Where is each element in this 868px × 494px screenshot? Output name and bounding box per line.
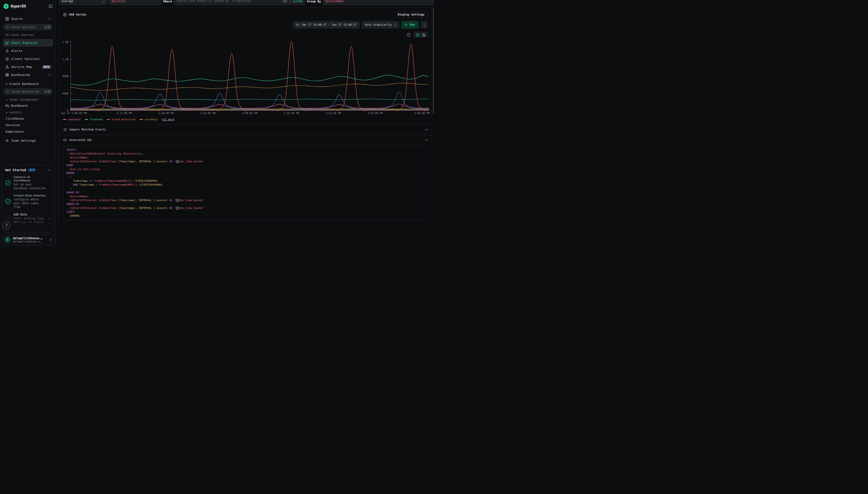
- granularity-select[interactable]: Auto Granularity: [362, 21, 399, 28]
- legend-item-checkout[interactable]: checkout: [63, 118, 81, 121]
- sidebar-item-client-sessions[interactable]: Client Sessions: [3, 55, 53, 63]
- chart-line-icon: [5, 41, 9, 45]
- get-started-step-add-data[interactable]: 3 Add Data Start sending logs, metrics, …: [5, 213, 51, 224]
- saved-dashboards-input[interactable]: [11, 90, 42, 94]
- chevron-down-icon: [103, 1, 105, 3]
- saved-dashboards-search[interactable]: ⌘ K: [3, 88, 53, 95]
- group-by-value: ServiceName: [325, 0, 344, 3]
- search-events-box[interactable]: SQL | Lucene: [173, 0, 305, 5]
- legend-item-frontend[interactable]: frontend: [85, 118, 103, 121]
- sql-line: ServiceName,: [66, 195, 425, 198]
- sidebar-item-dashboards[interactable]: Dashboards: [3, 71, 53, 79]
- aggregation-select[interactable]: Average: [59, 0, 108, 5]
- bar-chart-icon[interactable]: [422, 33, 426, 37]
- add-series-button[interactable]: Add Series: [63, 13, 86, 17]
- legend-more-link[interactable]: +12 more: [161, 118, 174, 121]
- display-settings-button[interactable]: Display Settings: [394, 11, 428, 18]
- series-line-frontend[interactable]: [70, 75, 429, 85]
- sql-line: otel_v2.otel_traces: [66, 167, 425, 171]
- user-texts: dale@clickhouse.… dale@clickhouse.c…: [13, 236, 43, 243]
- clock-icon[interactable]: [407, 33, 411, 37]
- series-line-unlabeled-orange-mid[interactable]: [70, 83, 429, 91]
- sql-line: FROM: [66, 164, 425, 167]
- sidebar-item-label: Search: [11, 17, 23, 21]
- chart-svg[interactable]: [70, 40, 429, 111]
- chart-area[interactable]: 0400M800M1.2B1.6B: [70, 40, 429, 111]
- legend-label: fraud-detection: [112, 118, 136, 121]
- help-button[interactable]: ?: [2, 221, 11, 230]
- scrollbar-thumb[interactable]: [433, 7, 434, 114]
- search-events-input[interactable]: [176, 0, 283, 3]
- sql-line: toStartOfInterval (toDateTime (Timestamp…: [66, 198, 425, 202]
- y-tick-label: 800M: [62, 75, 69, 78]
- group-presets[interactable]: PRESETS: [3, 109, 53, 115]
- sidebar-item-alerts[interactable]: Alerts: [3, 47, 53, 55]
- generated-sql-code[interactable]: SELECT AVG(toFloat64OrDefault (toString …: [63, 146, 428, 220]
- legend-label: currency: [144, 118, 157, 121]
- chevron-down-icon[interactable]: [425, 129, 428, 131]
- more-options-button[interactable]: ⋮: [421, 21, 428, 28]
- chart-type-toggle: [413, 32, 428, 38]
- sql-line: WHERE: [66, 171, 425, 175]
- step-desc: Set up your database connection: [14, 183, 46, 190]
- sidebar-item-label: Service Map: [11, 65, 32, 69]
- bell-icon: [5, 49, 9, 53]
- field-value: Duration: [112, 0, 125, 3]
- chevron-up-icon[interactable]: [425, 139, 428, 141]
- series-line-unlabeled-teal-mid[interactable]: [70, 99, 429, 100]
- line-chart-icon[interactable]: [416, 33, 420, 37]
- chart-explorer-card: Add Series Display Settings Jan 27 14:08…: [59, 7, 432, 227]
- run-button[interactable]: Run: [401, 21, 419, 28]
- series-line-checkout[interactable]: [70, 104, 429, 109]
- x-tick-label: 2:17:00 PM: [116, 112, 132, 115]
- arrow-right-icon: →: [48, 217, 50, 220]
- saved-searches-input[interactable]: [11, 25, 42, 29]
- sql-line: AND Timestamp < fromUnixTimestamp64Milli…: [66, 183, 425, 187]
- chevron-up-icon[interactable]: [48, 169, 51, 171]
- series-line-fraud-detection[interactable]: [70, 41, 429, 111]
- help-question-icon: ?: [5, 223, 7, 228]
- get-started-title: Get Started: [5, 168, 26, 172]
- sidebar-item-services[interactable]: Services: [3, 122, 53, 128]
- sidebar-item-kubernetes[interactable]: Kubernetes: [3, 128, 53, 135]
- no-saved-searches-text: No saved searches: [3, 32, 53, 39]
- sidebar-item-team-settings[interactable]: Team Settings: [3, 137, 53, 145]
- x-tick-label: 2:52:00 PM: [326, 112, 341, 115]
- sql-line: AVG(toFloat64OrDefault (toString (Durati…: [66, 152, 425, 156]
- get-started-step-sources[interactable]: Create Data Sources Configure where your…: [5, 194, 51, 209]
- group-saved-dashboards[interactable]: SAVED DASHBOARDS: [3, 96, 53, 102]
- legend-label: frontend: [90, 118, 103, 121]
- sample-matched-events-header[interactable]: Sample Matched Events: [59, 124, 432, 135]
- sql-lucene-toggle[interactable]: SQL | Lucene: [283, 0, 303, 3]
- sidebar-item-clickhouse[interactable]: ClickHouse: [3, 115, 53, 122]
- generated-sql-header[interactable]: Generated SQL: [59, 135, 432, 145]
- sidebar-item-my-dashboard[interactable]: My Dashboard: [3, 102, 53, 109]
- step-number-icon: 3: [5, 215, 11, 221]
- get-started-step-connect[interactable]: Connect to ClickHouse Set up your databa…: [5, 175, 51, 190]
- sql-line: 100000: [66, 214, 425, 218]
- saved-searches-search[interactable]: ⌘ K: [3, 24, 53, 30]
- legend-item-currency[interactable]: currency: [140, 118, 157, 121]
- sidebar-item-search[interactable]: Search: [3, 15, 53, 23]
- sidebar-item-chart-explorer[interactable]: Chart Explorer: [3, 39, 53, 46]
- series-line-unlabeled-blue-spikes[interactable]: [70, 92, 429, 109]
- sidebar-item-service-map[interactable]: Service Map BETA: [3, 63, 53, 71]
- list-icon: [63, 128, 67, 131]
- x-tick-label: 2:45:00 PM: [284, 112, 299, 115]
- sql-option[interactable]: SQL: [283, 0, 288, 3]
- date-range-picker[interactable]: Jan 27 14:08:27 - Jan 27 15:08:27: [293, 21, 360, 28]
- app-window: HyperDX Search: [0, 0, 434, 247]
- collapse-sidebar-icon[interactable]: [49, 4, 53, 8]
- logo-row: HyperDX: [3, 3, 53, 9]
- chevron-up-icon: [48, 18, 51, 20]
- y-axis-labels: 0400M800M1.2B1.6B: [59, 40, 69, 111]
- step-texts: Connect to ClickHouse Set up your databa…: [14, 175, 46, 190]
- field-input[interactable]: Duration: [109, 0, 162, 5]
- user-account-button[interactable]: D dale@clickhouse.… dale@clickhouse.c…: [2, 234, 54, 245]
- create-dashboard-button[interactable]: + Create Dashboard: [3, 79, 53, 87]
- legend-item-fraud-detection[interactable]: fraud-detection: [107, 118, 136, 121]
- group-by-input[interactable]: ServiceName: [323, 0, 434, 5]
- content-area: Add Series Display Settings Jan 27 14:08…: [56, 5, 434, 247]
- get-started-header[interactable]: Get Started 2/3: [5, 168, 51, 172]
- lucene-option[interactable]: Lucene: [293, 0, 303, 3]
